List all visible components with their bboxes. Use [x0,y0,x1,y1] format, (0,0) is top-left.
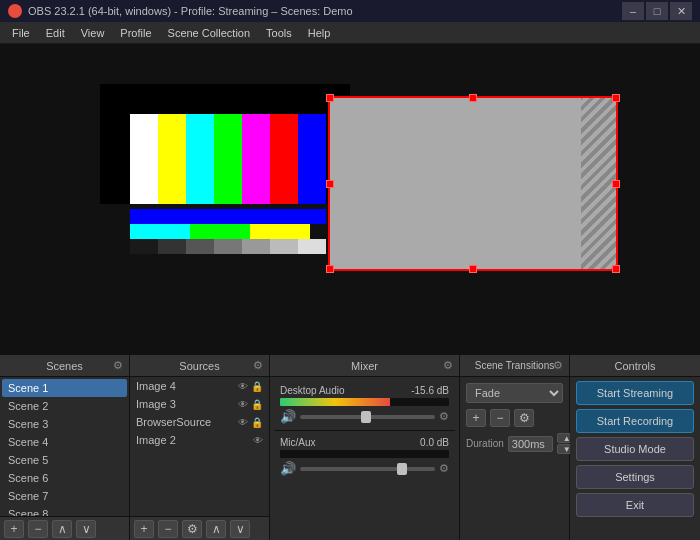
handle-tm[interactable] [469,94,477,102]
duration-label: Duration [466,438,504,449]
selected-source-box [328,96,618,271]
desktop-audio-slider-thumb[interactable] [361,411,371,423]
start-streaming-button[interactable]: Start Streaming [576,381,694,405]
handle-tl[interactable] [326,94,334,102]
svg-rect-13 [158,239,186,254]
sources-footer: + − ⚙ ∧ ∨ [130,516,269,540]
source-label-browser: BrowserSource [136,416,211,428]
menu-file[interactable]: File [4,25,38,41]
scene-item-6[interactable]: Scene 6 [2,469,127,487]
source-item-image3[interactable]: Image 3 👁 🔒 [130,395,269,413]
transition-settings-button[interactable]: ⚙ [514,409,534,427]
mic-aux-gear-icon[interactable]: ⚙ [439,462,449,475]
transition-type-select[interactable]: Fade Cut Swipe [466,383,563,403]
desktop-audio-gear-icon[interactable]: ⚙ [439,410,449,423]
svg-rect-15 [214,239,242,254]
menu-edit[interactable]: Edit [38,25,73,41]
handle-ml[interactable] [326,180,334,188]
source-lock-icon-image3[interactable]: 🔒 [251,399,263,410]
svg-rect-9 [130,224,190,239]
studio-mode-button[interactable]: Studio Mode [576,437,694,461]
handle-bm[interactable] [469,265,477,273]
mic-aux-meter [280,450,449,458]
desktop-audio-meter-fill [280,398,390,406]
menu-scene-collection[interactable]: Scene Collection [160,25,259,41]
handle-tr[interactable] [612,94,620,102]
source-icons-browser: 👁 🔒 [238,417,263,428]
scene-item-5[interactable]: Scene 5 [2,451,127,469]
menu-profile[interactable]: Profile [112,25,159,41]
sources-config-icon[interactable]: ⚙ [253,359,263,372]
scenes-header-label: Scenes [46,360,83,372]
controls-panel: Controls Start Streaming Start Recording… [570,355,700,540]
source-eye-icon-browser[interactable]: 👁 [238,417,248,428]
test-pattern [100,84,350,264]
handle-bl[interactable] [326,265,334,273]
start-recording-button[interactable]: Start Recording [576,409,694,433]
mic-aux-slider[interactable] [300,467,435,471]
move-source-up-button[interactable]: ∧ [206,520,226,538]
close-button[interactable]: ✕ [670,2,692,20]
remove-transition-button[interactable]: − [490,409,510,427]
scenes-panel-header: Scenes ⚙ [0,355,129,377]
mic-aux-db: 0.0 dB [420,437,449,448]
sources-panel: Sources ⚙ Image 4 👁 🔒 Image 3 👁 🔒 Browse… [130,355,270,540]
source-lock-icon-browser[interactable]: 🔒 [251,417,263,428]
svg-rect-4 [214,114,242,204]
source-eye-icon-image3[interactable]: 👁 [238,399,248,410]
mixer-config-icon[interactable]: ⚙ [443,359,453,372]
scene-item-8[interactable]: Scene 8 [2,505,127,516]
source-label-image3: Image 3 [136,398,176,410]
desktop-audio-slider[interactable] [300,415,435,419]
minimize-button[interactable]: – [622,2,644,20]
controls-panel-header: Controls [570,355,700,377]
exit-button[interactable]: Exit [576,493,694,517]
duration-row: Duration ▲ ▼ [466,433,563,454]
svg-rect-7 [298,114,326,204]
source-lock-icon-image4[interactable]: 🔒 [251,381,263,392]
scene-item-3[interactable]: Scene 3 [2,415,127,433]
source-eye-icon-image4[interactable]: 👁 [238,381,248,392]
remove-source-button[interactable]: − [158,520,178,538]
transition-add-row: + − ⚙ [466,409,563,427]
source-eye-icon-image2[interactable]: 👁 [253,435,263,446]
handle-mr[interactable] [612,180,620,188]
scene-item-7[interactable]: Scene 7 [2,487,127,505]
scene-item-4[interactable]: Scene 4 [2,433,127,451]
menu-bar: File Edit View Profile Scene Collection … [0,22,700,44]
transitions-config-icon[interactable]: ⚙ [553,359,563,372]
add-scene-button[interactable]: + [4,520,24,538]
svg-rect-8 [130,209,326,224]
source-settings-button[interactable]: ⚙ [182,520,202,538]
source-item-image4[interactable]: Image 4 👁 🔒 [130,377,269,395]
scene-item-1[interactable]: Scene 1 [2,379,127,397]
mixer-channels: Desktop Audio -15.6 dB 🔊 ⚙ Mic/ [270,377,459,540]
svg-rect-10 [190,224,250,239]
source-item-browser[interactable]: BrowserSource 👁 🔒 [130,413,269,431]
add-transition-button[interactable]: + [466,409,486,427]
scene-item-2[interactable]: Scene 2 [2,397,127,415]
source-icons-image3: 👁 🔒 [238,399,263,410]
settings-button[interactable]: Settings [576,465,694,489]
remove-scene-button[interactable]: − [28,520,48,538]
bottom-panels: Scenes ⚙ Scene 1 Scene 2 Scene 3 Scene 4… [0,354,700,540]
mic-aux-volume-icon[interactable]: 🔊 [280,461,296,476]
menu-tools[interactable]: Tools [258,25,300,41]
mixer-divider [274,430,455,431]
mic-aux-slider-thumb[interactable] [397,463,407,475]
handle-br[interactable] [612,265,620,273]
scenes-config-icon[interactable]: ⚙ [113,359,123,372]
preview-area [0,44,700,354]
source-item-image2[interactable]: Image 2 👁 [130,431,269,449]
menu-view[interactable]: View [73,25,113,41]
move-scene-up-button[interactable]: ∧ [52,520,72,538]
menu-help[interactable]: Help [300,25,339,41]
hatch-pattern [581,98,616,269]
move-scene-down-button[interactable]: ∨ [76,520,96,538]
duration-input[interactable] [508,436,553,452]
maximize-button[interactable]: □ [646,2,668,20]
move-source-down-button[interactable]: ∨ [230,520,250,538]
desktop-audio-volume-icon[interactable]: 🔊 [280,409,296,424]
add-source-button[interactable]: + [134,520,154,538]
title-bar: OBS 23.2.1 (64-bit, windows) - Profile: … [0,0,700,22]
